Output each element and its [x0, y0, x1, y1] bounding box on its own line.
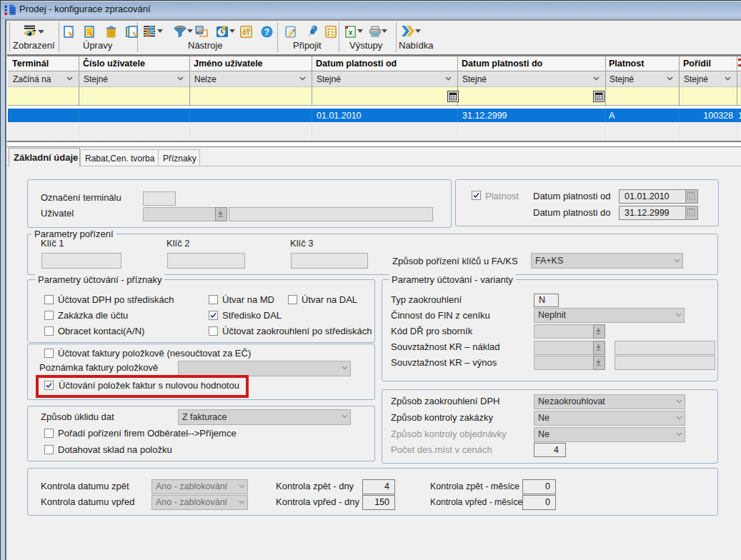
svg-text:x: x [348, 28, 353, 36]
svg-text:?: ? [264, 27, 269, 37]
